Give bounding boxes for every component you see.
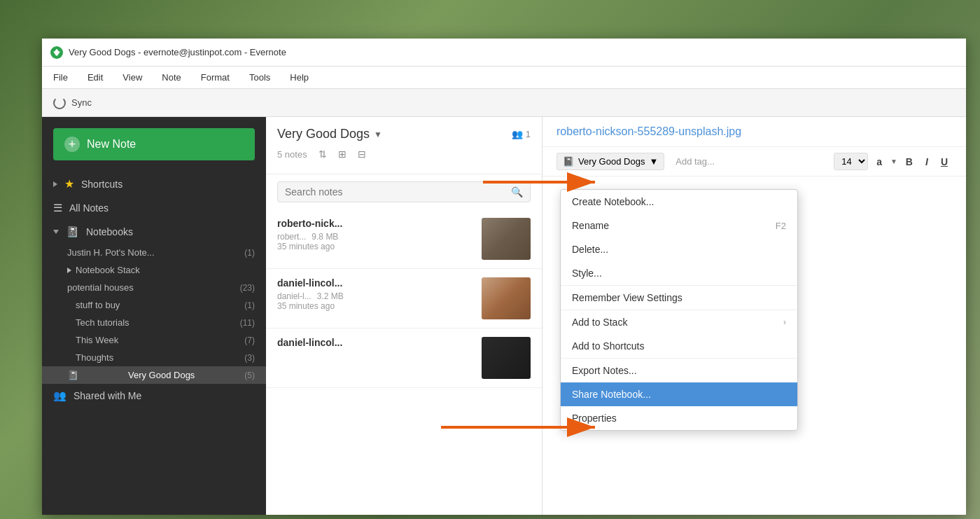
title-bar: Very Good Dogs - evernote@justinpot.com … [42, 39, 966, 67]
sidebar-item-this-week[interactable]: This Week (7) [42, 331, 266, 349]
context-menu-remember-view[interactable]: Remember View Settings [561, 286, 797, 310]
search-icon: 🔍 [511, 186, 523, 198]
bold-button[interactable]: B [902, 154, 917, 169]
note-text-1: roberto-nick... robert... 9.8 MB 35 minu… [277, 218, 473, 260]
menu-tools[interactable]: Tools [246, 71, 273, 84]
menu-view[interactable]: View [120, 71, 145, 84]
context-menu-add-to-shortcuts[interactable]: Add to Shortcuts [561, 334, 797, 358]
sidebar-item-shared[interactable]: 👥 Shared with Me [42, 384, 266, 408]
notes-list-panel: Very Good Dogs ▼ 👥 1 5 notes ⇅ ⊞ ⊟ [266, 117, 542, 515]
context-menu-rename[interactable]: Rename F2 [561, 214, 797, 237]
dog-thumbnail [482, 277, 531, 319]
note-size-2: 3.2 MB [317, 291, 344, 301]
sidebar-item-potential-houses[interactable]: potential houses (23) [42, 279, 266, 296]
toolbar: Sync [42, 89, 966, 117]
context-menu-style[interactable]: Style... [561, 261, 797, 285]
chevron-down-icon [53, 230, 59, 234]
color-arrow: ▼ [890, 158, 897, 165]
star-icon: ★ [64, 177, 74, 191]
context-menu-create-notebook[interactable]: Create Notebook... [561, 190, 797, 214]
menu-bar: File Edit View Note Format Tools Help [42, 67, 966, 89]
menu-edit[interactable]: Edit [85, 71, 106, 84]
menu-file[interactable]: File [50, 71, 71, 84]
title-dropdown-arrow[interactable]: ▼ [374, 130, 382, 139]
context-menu-delete[interactable]: Delete... [561, 237, 797, 261]
sidebar-item-justin-note[interactable]: Justin H. Pot's Note... (1) [42, 244, 266, 261]
sidebar-item-stuff-to-buy[interactable]: stuff to buy (1) [42, 296, 266, 314]
note-time-2: 35 minutes ago [277, 301, 473, 311]
window-title: Very Good Dogs - evernote@justinpot.com … [69, 47, 286, 57]
note-time-1: 35 minutes ago [277, 242, 473, 251]
note-text-3: daniel-lincol... [277, 337, 473, 379]
sidebar-item-all-notes[interactable]: ☰ All Notes [42, 196, 266, 220]
sidebar-item-tech-tutorials[interactable]: Tech tutorials (11) [42, 314, 266, 331]
underline-button[interactable]: U [937, 154, 952, 169]
menu-help[interactable]: Help [287, 71, 312, 84]
sidebar-item-notebooks[interactable]: 📓 Notebooks [42, 220, 266, 244]
rename-shortcut: F2 [776, 221, 786, 231]
shared-label: Shared with Me [74, 390, 141, 401]
people-count-icon: 👥 [512, 129, 523, 139]
font-color-button[interactable]: a [872, 154, 886, 169]
context-menu: Create Notebook... Rename F2 Delete... S… [560, 189, 798, 431]
sidebar-item-very-good-dogs[interactable]: 📓 Very Good Dogs (5) [42, 366, 266, 384]
note-item-1[interactable]: roberto-nick... robert... 9.8 MB 35 minu… [266, 209, 542, 269]
shortcuts-label: Shortcuts [81, 179, 122, 190]
context-menu-add-to-stack[interactable]: Add to Stack › [561, 310, 797, 334]
note-timestamp-2: 35 minutes ago [277, 301, 335, 311]
italic-button[interactable]: I [921, 154, 932, 169]
notes-actions: ⇅ ⊞ ⊟ [316, 147, 369, 161]
note-content-header: roberto-nickson-555289-unsplash.jpg [542, 117, 966, 147]
context-menu-share-notebook[interactable]: Share Notebook... [561, 382, 797, 406]
app-window: Very Good Dogs - evernote@justinpot.com … [42, 39, 966, 515]
note-thumbnail-3 [482, 337, 531, 379]
filter-button[interactable]: ⊟ [355, 147, 369, 161]
note-file-link[interactable]: roberto-nickson-555289-unsplash.jpg [556, 125, 741, 138]
note-meta-2: daniel-l... 3.2 MB [277, 291, 473, 301]
note-meta-1: robert... 9.8 MB [277, 232, 473, 242]
note-item-2[interactable]: daniel-lincol... daniel-l... 3.2 MB 35 m… [266, 269, 542, 328]
notebook-badge-label: Very Good Dogs [578, 156, 645, 167]
sync-label[interactable]: Sync [71, 97, 92, 108]
note-size-1: 9.8 MB [312, 232, 338, 242]
new-note-label: New Note [87, 138, 136, 151]
notes-icon: ☰ [53, 202, 62, 214]
evernote-icon [50, 46, 63, 59]
font-size-select[interactable]: 14 [834, 153, 868, 170]
sidebar-item-notebook-stack[interactable]: Notebook Stack [42, 261, 266, 279]
note-text-2: daniel-lincol... daniel-l... 3.2 MB 35 m… [277, 277, 473, 319]
main-content: + New Note ★ Shortcuts ☰ All Notes 📓 Not… [42, 117, 966, 515]
sync-icon [53, 97, 66, 109]
menu-format[interactable]: Format [198, 71, 232, 84]
note-title-1: roberto-nick... [277, 218, 473, 229]
notebooks-label: Notebooks [86, 226, 133, 237]
new-note-button[interactable]: + New Note [53, 128, 255, 160]
notebook-badge-arrow: ▼ [649, 156, 658, 167]
shared-notebook-icon: 📓 [67, 370, 78, 380]
search-input[interactable] [285, 186, 507, 198]
note-title-3: daniel-lincol... [277, 337, 473, 348]
notebook-badge[interactable]: 📓 Very Good Dogs ▼ [556, 153, 664, 170]
add-tag-button[interactable]: Add tag... [670, 153, 720, 169]
menu-note[interactable]: Note [159, 71, 183, 84]
sidebar-item-shortcuts[interactable]: ★ Shortcuts [42, 172, 266, 196]
note-item-3[interactable]: daniel-lincol... [266, 328, 542, 388]
all-notes-label: All Notes [69, 202, 108, 214]
note-timestamp-1: 35 minutes ago [277, 242, 335, 251]
search-box: 🔍 [277, 181, 531, 202]
formatting-toolbar: 14 a ▼ B I U [834, 153, 952, 170]
context-menu-export-notes[interactable]: Export Notes... [561, 359, 797, 382]
backpack-thumbnail [482, 218, 531, 260]
context-menu-properties[interactable]: Properties [561, 406, 797, 430]
sort-button[interactable]: ⇅ [316, 147, 330, 161]
notes-title: Very Good Dogs ▼ 👥 1 [277, 127, 531, 141]
sidebar: + New Note ★ Shortcuts ☰ All Notes 📓 Not… [42, 117, 266, 515]
member-count: 1 [526, 129, 531, 139]
view-toggle-button[interactable]: ⊞ [335, 147, 349, 161]
note-filename-2: daniel-l... [277, 291, 312, 301]
notebook-title-text: Very Good Dogs [277, 127, 370, 141]
sidebar-item-thoughts[interactable]: Thoughts (3) [42, 349, 266, 366]
note-count: 5 notes [277, 149, 307, 160]
notes-header: Very Good Dogs ▼ 👥 1 5 notes ⇅ ⊞ ⊟ [266, 117, 542, 174]
chevron-right-icon [53, 181, 57, 187]
